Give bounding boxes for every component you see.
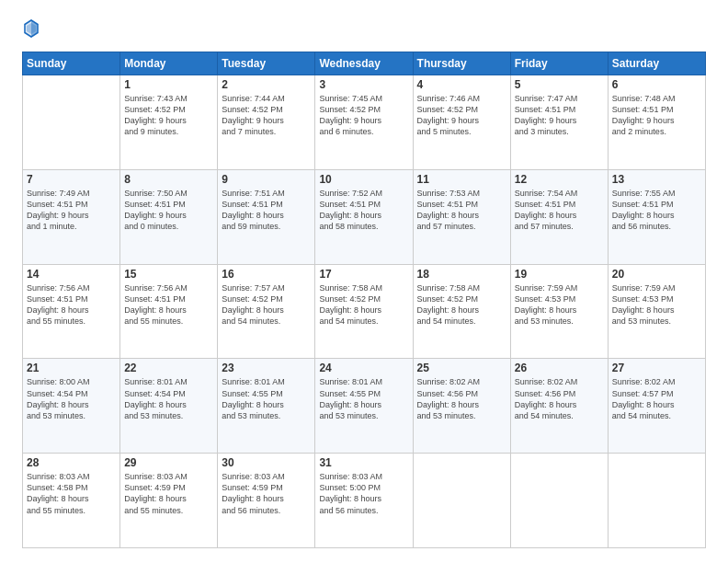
- calendar-cell: 8Sunrise: 7:50 AM Sunset: 4:51 PM Daylig…: [120, 169, 218, 264]
- calendar-table: SundayMondayTuesdayWednesdayThursdayFrid…: [22, 52, 706, 548]
- day-info: Sunrise: 7:52 AM Sunset: 4:51 PM Dayligh…: [319, 188, 408, 233]
- calendar-cell: [23, 75, 120, 170]
- day-number: 13: [612, 173, 701, 186]
- calendar-col-tuesday: Tuesday: [218, 52, 315, 75]
- day-number: 20: [612, 268, 701, 281]
- day-number: 3: [319, 78, 408, 91]
- calendar-cell: 23Sunrise: 8:01 AM Sunset: 4:55 PM Dayli…: [218, 359, 315, 454]
- calendar-cell: [510, 454, 608, 548]
- day-info: Sunrise: 8:03 AM Sunset: 5:00 PM Dayligh…: [319, 471, 408, 516]
- calendar-cell: 28Sunrise: 8:03 AM Sunset: 4:58 PM Dayli…: [23, 454, 120, 548]
- calendar-cell: 12Sunrise: 7:54 AM Sunset: 4:51 PM Dayli…: [510, 169, 608, 264]
- day-info: Sunrise: 7:44 AM Sunset: 4:52 PM Dayligh…: [222, 93, 311, 138]
- day-number: 14: [27, 268, 116, 281]
- calendar-cell: 15Sunrise: 7:56 AM Sunset: 4:51 PM Dayli…: [120, 264, 218, 359]
- day-info: Sunrise: 7:49 AM Sunset: 4:51 PM Dayligh…: [27, 188, 116, 233]
- day-number: 6: [612, 78, 701, 91]
- day-info: Sunrise: 7:45 AM Sunset: 4:52 PM Dayligh…: [319, 93, 408, 138]
- calendar-week-5: 28Sunrise: 8:03 AM Sunset: 4:58 PM Dayli…: [23, 454, 706, 548]
- day-info: Sunrise: 7:57 AM Sunset: 4:52 PM Dayligh…: [222, 282, 311, 327]
- day-number: 11: [417, 173, 506, 186]
- day-number: 19: [515, 268, 604, 281]
- logo: [22, 18, 41, 42]
- header: [22, 18, 706, 42]
- calendar-cell: 10Sunrise: 7:52 AM Sunset: 4:51 PM Dayli…: [315, 169, 413, 264]
- day-number: 17: [319, 268, 408, 281]
- day-info: Sunrise: 7:59 AM Sunset: 4:53 PM Dayligh…: [515, 282, 604, 327]
- calendar-cell: 3Sunrise: 7:45 AM Sunset: 4:52 PM Daylig…: [315, 75, 413, 170]
- day-info: Sunrise: 8:02 AM Sunset: 4:57 PM Dayligh…: [612, 376, 701, 421]
- day-number: 22: [124, 362, 213, 374]
- calendar-cell: 31Sunrise: 8:03 AM Sunset: 5:00 PM Dayli…: [315, 454, 413, 548]
- day-info: Sunrise: 7:54 AM Sunset: 4:51 PM Dayligh…: [515, 188, 604, 233]
- calendar-col-sunday: Sunday: [23, 52, 120, 75]
- calendar-col-saturday: Saturday: [608, 52, 705, 75]
- day-number: 5: [515, 78, 604, 91]
- calendar-cell: 30Sunrise: 8:03 AM Sunset: 4:59 PM Dayli…: [218, 454, 315, 548]
- day-info: Sunrise: 7:59 AM Sunset: 4:53 PM Dayligh…: [612, 282, 701, 327]
- calendar-cell: 17Sunrise: 7:58 AM Sunset: 4:52 PM Dayli…: [315, 264, 413, 359]
- calendar-cell: [413, 454, 510, 548]
- calendar-cell: 21Sunrise: 8:00 AM Sunset: 4:54 PM Dayli…: [23, 359, 120, 454]
- day-info: Sunrise: 7:53 AM Sunset: 4:51 PM Dayligh…: [417, 188, 506, 233]
- day-number: 4: [417, 78, 506, 91]
- day-info: Sunrise: 7:47 AM Sunset: 4:51 PM Dayligh…: [515, 93, 604, 138]
- day-info: Sunrise: 7:43 AM Sunset: 4:52 PM Dayligh…: [124, 93, 213, 138]
- day-number: 23: [222, 362, 311, 374]
- calendar-cell: 22Sunrise: 8:01 AM Sunset: 4:54 PM Dayli…: [120, 359, 218, 454]
- calendar-week-3: 14Sunrise: 7:56 AM Sunset: 4:51 PM Dayli…: [23, 264, 706, 359]
- day-info: Sunrise: 8:02 AM Sunset: 4:56 PM Dayligh…: [417, 376, 506, 421]
- day-number: 10: [319, 173, 408, 186]
- calendar-cell: 11Sunrise: 7:53 AM Sunset: 4:51 PM Dayli…: [413, 169, 510, 264]
- calendar-cell: 14Sunrise: 7:56 AM Sunset: 4:51 PM Dayli…: [23, 264, 120, 359]
- calendar-cell: 27Sunrise: 8:02 AM Sunset: 4:57 PM Dayli…: [608, 359, 705, 454]
- day-number: 18: [417, 268, 506, 281]
- calendar-week-1: 1Sunrise: 7:43 AM Sunset: 4:52 PM Daylig…: [23, 75, 706, 170]
- day-info: Sunrise: 7:58 AM Sunset: 4:52 PM Dayligh…: [417, 282, 506, 327]
- day-info: Sunrise: 7:48 AM Sunset: 4:51 PM Dayligh…: [612, 93, 701, 138]
- calendar-cell: 19Sunrise: 7:59 AM Sunset: 4:53 PM Dayli…: [510, 264, 608, 359]
- day-number: 12: [515, 173, 604, 186]
- day-info: Sunrise: 7:56 AM Sunset: 4:51 PM Dayligh…: [124, 282, 213, 327]
- day-info: Sunrise: 8:03 AM Sunset: 4:59 PM Dayligh…: [124, 471, 213, 516]
- calendar-cell: 13Sunrise: 7:55 AM Sunset: 4:51 PM Dayli…: [608, 169, 705, 264]
- day-info: Sunrise: 7:50 AM Sunset: 4:51 PM Dayligh…: [124, 188, 213, 233]
- day-number: 29: [124, 456, 213, 469]
- page: SundayMondayTuesdayWednesdayThursdayFrid…: [0, 0, 728, 563]
- day-info: Sunrise: 8:01 AM Sunset: 4:55 PM Dayligh…: [222, 376, 311, 421]
- calendar-cell: 1Sunrise: 7:43 AM Sunset: 4:52 PM Daylig…: [120, 75, 218, 170]
- day-info: Sunrise: 8:00 AM Sunset: 4:54 PM Dayligh…: [27, 376, 116, 421]
- day-info: Sunrise: 8:03 AM Sunset: 4:58 PM Dayligh…: [27, 471, 116, 516]
- day-info: Sunrise: 7:51 AM Sunset: 4:51 PM Dayligh…: [222, 188, 311, 233]
- calendar-cell: 9Sunrise: 7:51 AM Sunset: 4:51 PM Daylig…: [218, 169, 315, 264]
- calendar-cell: 6Sunrise: 7:48 AM Sunset: 4:51 PM Daylig…: [608, 75, 705, 170]
- calendar-cell: 24Sunrise: 8:01 AM Sunset: 4:55 PM Dayli…: [315, 359, 413, 454]
- day-number: 2: [222, 78, 311, 91]
- day-number: 1: [124, 78, 213, 91]
- day-number: 24: [319, 362, 408, 374]
- calendar-col-thursday: Thursday: [413, 52, 510, 75]
- day-number: 21: [27, 362, 116, 374]
- calendar-cell: 29Sunrise: 8:03 AM Sunset: 4:59 PM Dayli…: [120, 454, 218, 548]
- calendar-col-friday: Friday: [510, 52, 608, 75]
- day-info: Sunrise: 8:01 AM Sunset: 4:55 PM Dayligh…: [319, 376, 408, 421]
- calendar-week-2: 7Sunrise: 7:49 AM Sunset: 4:51 PM Daylig…: [23, 169, 706, 264]
- day-number: 26: [515, 362, 604, 374]
- day-info: Sunrise: 8:03 AM Sunset: 4:59 PM Dayligh…: [222, 471, 311, 516]
- calendar-cell: 4Sunrise: 7:46 AM Sunset: 4:52 PM Daylig…: [413, 75, 510, 170]
- day-number: 30: [222, 456, 311, 469]
- day-number: 7: [27, 173, 116, 186]
- day-number: 28: [27, 456, 116, 469]
- day-number: 25: [417, 362, 506, 374]
- calendar-cell: 20Sunrise: 7:59 AM Sunset: 4:53 PM Dayli…: [608, 264, 705, 359]
- calendar-col-monday: Monday: [120, 52, 218, 75]
- calendar-cell: [608, 454, 705, 548]
- calendar-cell: 25Sunrise: 8:02 AM Sunset: 4:56 PM Dayli…: [413, 359, 510, 454]
- logo-icon: [23, 18, 40, 39]
- calendar-header-row: SundayMondayTuesdayWednesdayThursdayFrid…: [23, 52, 706, 75]
- calendar-cell: 26Sunrise: 8:02 AM Sunset: 4:56 PM Dayli…: [510, 359, 608, 454]
- day-info: Sunrise: 7:55 AM Sunset: 4:51 PM Dayligh…: [612, 188, 701, 233]
- day-info: Sunrise: 7:46 AM Sunset: 4:52 PM Dayligh…: [417, 93, 506, 138]
- day-number: 8: [124, 173, 213, 186]
- calendar-cell: 16Sunrise: 7:57 AM Sunset: 4:52 PM Dayli…: [218, 264, 315, 359]
